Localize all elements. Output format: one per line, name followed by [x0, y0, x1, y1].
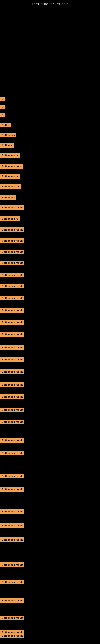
bottleneck-label: Bottleneck result	[0, 357, 24, 362]
bottleneck-label: Bottleneck result	[0, 420, 24, 424]
bottleneck-label: Bottleneck result	[0, 308, 24, 312]
bottleneck-label: Bottleneck result	[0, 451, 24, 456]
bottleneck-label: Bottleneck result	[0, 487, 24, 492]
site-title: TheBottlenecker.com	[0, 0, 100, 6]
bottleneck-label: Bottleneck result	[0, 250, 24, 254]
bottleneck-label: Bottleneck res	[0, 184, 21, 189]
bottleneck-label: Bottleneck result	[0, 369, 24, 374]
bottleneck-label: Bottleneck re	[0, 153, 20, 158]
bottleneck-label: Bottleneck re	[0, 174, 20, 179]
bottleneck-label: Bottleneck result	[0, 616, 24, 620]
bottleneck-label: Bottleneck	[0, 133, 16, 138]
bottleneck-label: Bottleneck result	[0, 260, 24, 265]
bottleneck-label: Bottleneck result	[0, 537, 24, 542]
bottleneck-label: Bottleneck result	[0, 296, 24, 300]
bottleneck-label: Bottleneck result	[0, 332, 24, 337]
bottleneck-label: Bottleneck result	[0, 228, 24, 232]
bottleneck-label: Bottleneck result	[0, 474, 24, 478]
bottleneck-label: Bottlene	[0, 143, 14, 148]
bottleneck-label: Bottleneck result	[0, 580, 24, 584]
bottleneck-label: Bottleneck result	[0, 320, 24, 324]
bottleneck-label: Bottleneck result	[0, 382, 24, 387]
bottleneck-label: Bottleneck result	[0, 523, 24, 528]
bottleneck-label: Bottleneck result	[0, 345, 24, 350]
bottleneck-label: Bottleneck resu	[0, 164, 23, 169]
bottleneck-label: Bottleneck result	[0, 509, 24, 514]
bottleneck-label: Bottleneck	[0, 195, 16, 200]
bottleneck-label: Bottleneck result	[0, 562, 24, 567]
bottleneck-label: Bottleneck result	[0, 394, 24, 399]
bottleneck-label: B	[0, 96, 5, 101]
bottleneck-label: Bottle	[0, 123, 11, 128]
bottleneck-label: Bottleneck result	[0, 205, 24, 210]
bottleneck-label: Bottleneck result	[0, 438, 24, 442]
bottleneck-label: Bottleneck result	[0, 284, 24, 288]
bottleneck-label: Bottleneck result	[0, 238, 24, 243]
bottleneck-label: Bottleneck result	[0, 408, 24, 412]
bottleneck-label: Bottleneck result	[0, 630, 24, 634]
bottleneck-label: Bottleneck re	[0, 216, 20, 221]
cursor-line	[1, 88, 2, 91]
bottleneck-label: Bottleneck result	[0, 598, 24, 603]
bottleneck-label: B	[0, 113, 5, 117]
bottleneck-label: B	[0, 105, 5, 109]
bottleneck-label: Bottleneck result	[0, 273, 24, 277]
